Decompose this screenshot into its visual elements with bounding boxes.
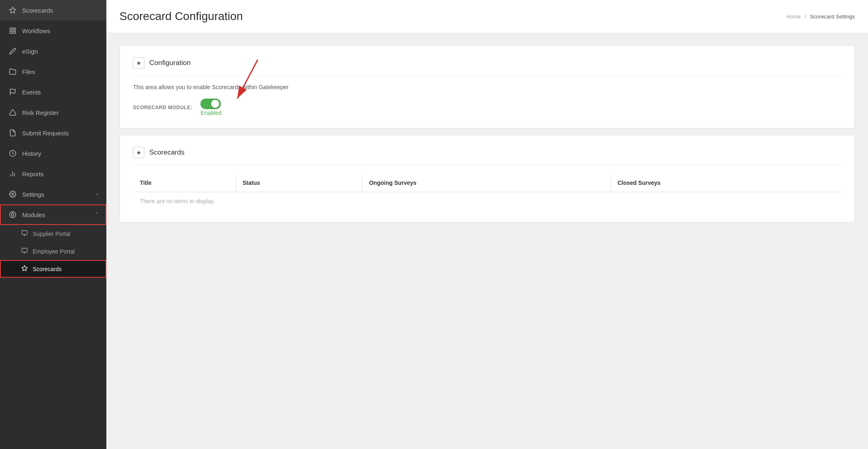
star-icon <box>8 6 17 15</box>
sidebar-item-risk-register[interactable]: Risk Register <box>0 102 106 123</box>
sidebar-item-label: Files <box>22 68 35 75</box>
toggle-status-text: Enabled <box>200 110 221 116</box>
bar-chart-icon <box>8 169 17 178</box>
chevron-right-icon: › <box>97 191 98 197</box>
sidebar-item-label: Settings <box>22 191 44 198</box>
svg-rect-3 <box>10 31 12 34</box>
sidebar-item-label: eSign <box>22 48 38 55</box>
sidebar-item-label: Submit Requests <box>22 130 69 137</box>
svg-rect-18 <box>22 248 27 252</box>
svg-marker-0 <box>10 7 16 13</box>
configuration-section-header: ★ Configuration <box>133 57 841 76</box>
sidebar-item-scorecards-top[interactable]: Scorecards <box>0 0 106 20</box>
toggle-thumb <box>211 100 219 108</box>
svg-rect-2 <box>13 28 16 30</box>
svg-marker-21 <box>22 265 27 271</box>
sidebar-sub-item-label: Scorecards <box>33 266 62 272</box>
main-content: Scorecard Configuration Home / Scorecard… <box>106 0 868 449</box>
scorecards-card: ★ Scorecards Title Status Ongoing Survey… <box>119 135 855 222</box>
sidebar-item-label: Scorecards <box>22 7 53 14</box>
sidebar-item-label: Reports <box>22 171 44 177</box>
modules-icon <box>8 210 17 219</box>
flag-icon <box>8 88 17 97</box>
sidebar-item-esign[interactable]: eSign <box>0 41 106 61</box>
toggle-track <box>200 99 221 109</box>
sidebar-item-events[interactable]: Events <box>0 82 106 102</box>
sidebar-item-label: Workflows <box>22 27 50 34</box>
config-star-icon: ★ <box>133 57 144 69</box>
breadcrumb-separator: / <box>805 13 806 20</box>
sidebar-item-files[interactable]: Files <box>0 61 106 82</box>
setting-row: SCORECARD MODULE: Enabled <box>133 99 841 117</box>
sidebar-item-submit-requests[interactable]: Submit Requests <box>0 123 106 143</box>
sidebar-sub-item-label: Supplier Portal <box>33 231 70 237</box>
configuration-section-title: Configuration <box>149 59 191 67</box>
sidebar-item-settings[interactable]: Settings › <box>0 184 106 204</box>
svg-point-11 <box>11 213 14 216</box>
sidebar-sub-item-label: Employee Portal <box>33 248 75 255</box>
sidebar-sub-item-supplier-portal[interactable]: Supplier Portal <box>0 225 106 242</box>
gear-icon <box>8 190 17 199</box>
clock-icon <box>8 149 17 158</box>
sidebar-item-label: History <box>22 150 41 157</box>
module-label: SCORECARD MODULE: <box>133 105 192 110</box>
scorecards-section-header: ★ Scorecards <box>133 147 841 165</box>
sidebar-sub-item-employee-portal[interactable]: Employee Portal <box>0 242 106 260</box>
svg-rect-4 <box>13 31 16 34</box>
table-header-title: Title <box>133 174 236 192</box>
table-empty-row: There are no items to display. <box>133 192 841 211</box>
svg-rect-1 <box>10 28 12 30</box>
table-empty-message: There are no items to display. <box>133 192 841 211</box>
sidebar: Scorecards Workflows eSign Files Events … <box>0 0 106 449</box>
doc-icon <box>8 128 17 137</box>
svg-rect-15 <box>22 231 27 234</box>
breadcrumb: Home / Scorecard Settings <box>787 13 855 20</box>
configuration-description: This area allows you to enable Scorecard… <box>133 84 841 90</box>
table-header-status: Status <box>236 174 362 192</box>
sidebar-item-reports[interactable]: Reports <box>0 164 106 184</box>
sidebar-item-label: Events <box>22 89 41 96</box>
sidebar-item-history[interactable]: History <box>0 143 106 164</box>
breadcrumb-home[interactable]: Home <box>787 13 801 20</box>
grid-icon <box>8 26 17 35</box>
sidebar-item-label: Risk Register <box>22 109 58 116</box>
sidebar-item-workflows[interactable]: Workflows <box>0 20 106 41</box>
scorecard-module-toggle[interactable] <box>200 99 221 109</box>
page-content: ★ Configuration This area allows you to … <box>106 33 868 449</box>
page-header: Scorecard Configuration Home / Scorecard… <box>106 0 868 33</box>
sidebar-item-label: Modules <box>22 211 45 218</box>
triangle-icon <box>8 108 17 117</box>
screen-icon <box>21 230 28 238</box>
folder-icon <box>8 67 17 76</box>
table-header-closed-surveys: Closed Surveys <box>611 174 841 192</box>
table-header-ongoing-surveys: Ongoing Surveys <box>362 174 611 192</box>
screen-icon-2 <box>21 247 28 255</box>
svg-point-10 <box>12 193 14 195</box>
scorecards-star-icon: ★ <box>133 147 144 158</box>
sidebar-sub-item-scorecards[interactable]: Scorecards <box>0 260 106 278</box>
toggle-container: Enabled <box>200 99 221 117</box>
scorecards-section-title: Scorecards <box>149 148 184 157</box>
page-title: Scorecard Configuration <box>119 10 243 23</box>
breadcrumb-current: Scorecard Settings <box>810 13 855 20</box>
sidebar-item-modules[interactable]: Modules ˅ <box>0 204 106 225</box>
scorecards-table: Title Status Ongoing Surveys Closed Surv… <box>133 173 841 211</box>
star-sub-icon <box>21 265 28 273</box>
configuration-card: ★ Configuration This area allows you to … <box>119 45 855 128</box>
chevron-down-icon: ˅ <box>96 212 98 218</box>
pen-icon <box>8 47 17 56</box>
